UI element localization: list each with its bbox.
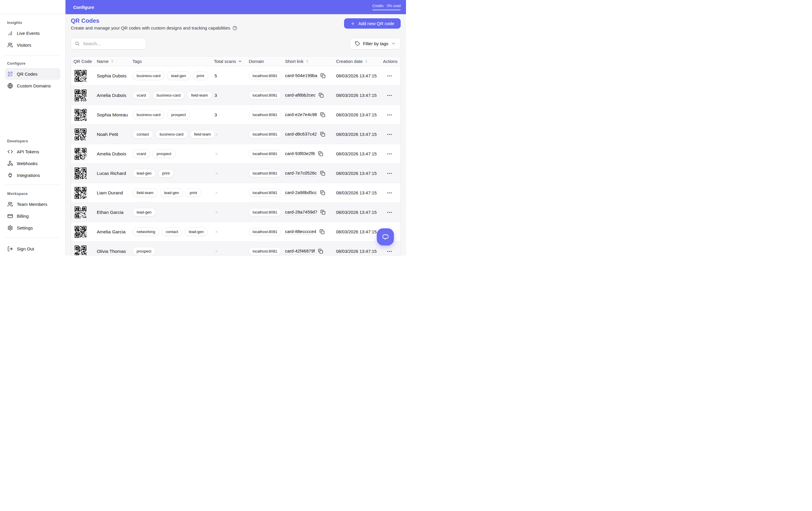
copy-short-link-button[interactable] xyxy=(320,229,324,234)
x-icon xyxy=(214,230,219,234)
creation-date: 08/03/2026 13:47:15 xyxy=(336,132,383,137)
short-link[interactable]: card-e2e7e4c98 xyxy=(285,112,317,118)
chevron-down-icon xyxy=(238,59,242,63)
sidebar-section-label: Insights xyxy=(0,21,65,25)
sidebar-item-live-events[interactable]: Live Events xyxy=(5,27,60,39)
sidebar-item-label: Integrations xyxy=(17,173,40,178)
sidebar-item-integrations[interactable]: Integrations xyxy=(5,169,60,181)
copy-short-link-button[interactable] xyxy=(318,249,323,254)
row-actions-button[interactable] xyxy=(386,92,393,99)
domain-badge: localhost:8081 xyxy=(249,247,281,255)
sidebar-item-custom-domains[interactable]: Custom Domains xyxy=(5,80,60,91)
help-circle-icon[interactable] xyxy=(233,26,237,30)
tags-cell: networkingcontactlead-gen xyxy=(133,227,214,236)
sidebar-item-label: Billing xyxy=(17,214,29,219)
qr-name: Noah Petit xyxy=(97,132,133,137)
copy-short-link-button[interactable] xyxy=(319,93,324,98)
row-actions-button[interactable] xyxy=(386,170,393,177)
sidebar-item-billing[interactable]: Billing xyxy=(5,210,60,222)
total-scans-value: 5 xyxy=(214,73,249,78)
table-header-row: QR CodeNameTagsTotal scansDomainShort li… xyxy=(71,56,400,66)
row-actions-button[interactable] xyxy=(386,112,393,118)
sidebar-section-label: Developers xyxy=(0,139,65,143)
sidebar-item-label: Live Events xyxy=(17,31,40,36)
sidebar-item-sign-out[interactable]: Sign Out xyxy=(5,243,60,254)
copy-icon xyxy=(320,229,324,234)
row-actions-button[interactable] xyxy=(386,248,393,254)
column-header-name[interactable]: Name xyxy=(97,59,133,64)
sidebar: InsightsLive EventsVisitorsConfigureQR C… xyxy=(0,0,65,255)
short-link[interactable]: card-504e199ba xyxy=(285,73,317,79)
plug-icon xyxy=(7,172,13,178)
qr-codes-table: QR CodeNameTagsTotal scansDomainShort li… xyxy=(71,56,401,255)
sidebar-item-team-members[interactable]: Team Members xyxy=(5,198,60,210)
sidebar-item-settings[interactable]: Settings xyxy=(5,222,60,234)
copy-short-link-button[interactable] xyxy=(320,132,325,137)
credit-card-icon xyxy=(7,213,13,219)
sidebar-item-api-tokens[interactable]: API Tokens xyxy=(5,145,60,157)
tags-cell: vcardbusiness-cardfield-team xyxy=(133,91,214,100)
row-actions-button[interactable] xyxy=(386,131,393,138)
no-scans-cell xyxy=(214,210,249,214)
copy-short-link-button[interactable] xyxy=(318,151,323,156)
credits-used-value: 0% used xyxy=(387,4,401,8)
page-subtitle-text: Create and manage your QR codes with cus… xyxy=(71,25,230,31)
copy-short-link-button[interactable] xyxy=(320,73,325,78)
qr-name: Amelia Dubois xyxy=(97,151,133,157)
short-link[interactable]: card-88ecccce4 xyxy=(285,229,316,235)
tag-badge: lead-gen xyxy=(133,208,156,216)
short-link[interactable]: card-d8c637c42 xyxy=(285,131,317,137)
short-link[interactable]: card-93f83e2f8 xyxy=(285,151,315,157)
copy-short-link-button[interactable] xyxy=(320,171,325,176)
row-actions-button[interactable] xyxy=(386,209,393,216)
sidebar-section-workspace: WorkspaceTeam MembersBillingSettings xyxy=(0,192,65,234)
column-header-short-link[interactable]: Short link xyxy=(285,59,336,64)
copy-icon xyxy=(320,112,325,117)
sidebar-item-qr-codes[interactable]: QR Codes xyxy=(5,68,60,80)
short-link[interactable]: card-28a7459d7 xyxy=(285,209,317,215)
short-link[interactable]: card-af6bb2cec xyxy=(285,92,315,98)
copy-short-link-button[interactable] xyxy=(320,190,325,195)
row-actions-button[interactable] xyxy=(386,190,393,196)
row-actions-button[interactable] xyxy=(386,73,393,79)
bar-chart-icon xyxy=(7,30,13,36)
qr-code-thumbnail xyxy=(74,108,88,122)
chat-widget-button[interactable] xyxy=(377,228,394,245)
tags-cell: field-teamlead-genprint xyxy=(133,188,214,197)
short-link[interactable]: card-42f46879f xyxy=(285,248,315,254)
tags-cell: lead-genprint xyxy=(133,169,214,178)
topbar-title: Configure xyxy=(73,5,94,10)
sort-icon xyxy=(306,59,309,63)
column-header-creation-date[interactable]: Creation date xyxy=(336,59,383,64)
sidebar-item-webhooks[interactable]: Webhooks xyxy=(5,157,60,169)
dots-icon xyxy=(386,190,393,196)
short-link[interactable]: card-7e7c0526c xyxy=(285,170,317,176)
sidebar-item-visitors[interactable]: Visitors xyxy=(5,39,60,51)
qr-code-thumbnail xyxy=(74,69,88,83)
copy-short-link-button[interactable] xyxy=(320,112,325,117)
table-row: Noah Petitcontactbusiness-cardfield-team… xyxy=(71,125,400,144)
tag-badge: print xyxy=(158,169,174,178)
column-header-label: Domain xyxy=(249,59,264,64)
sidebar-item-label: Settings xyxy=(17,225,33,231)
qr-code-thumbnail xyxy=(74,186,88,200)
search-box[interactable] xyxy=(71,38,146,49)
column-header-total-scans[interactable]: Total scans xyxy=(214,59,249,64)
dots-icon xyxy=(386,151,393,157)
domain-badge: localhost:8081 xyxy=(249,91,281,99)
x-icon xyxy=(214,210,219,214)
row-actions-button[interactable] xyxy=(386,151,393,157)
domain-badge: localhost:8081 xyxy=(249,208,281,216)
table-row: Amelia Garcianetworkingcontactlead-genlo… xyxy=(71,222,400,242)
chat-bubble-icon xyxy=(381,233,389,241)
filter-by-tags-button[interactable]: Filter by tags xyxy=(350,38,401,49)
gear-icon xyxy=(7,225,13,231)
credits-progressbar xyxy=(372,9,401,11)
creation-date: 08/03/2026 13:47:15 xyxy=(336,171,383,176)
tag-badge: vcard xyxy=(133,150,150,158)
short-link[interactable]: card-2a98bd5cc xyxy=(285,190,317,196)
copy-short-link-button[interactable] xyxy=(320,210,325,215)
add-qr-code-button[interactable]: Add new QR code xyxy=(344,18,401,29)
tag-badge: business-card xyxy=(155,130,187,138)
search-input[interactable] xyxy=(82,41,142,46)
